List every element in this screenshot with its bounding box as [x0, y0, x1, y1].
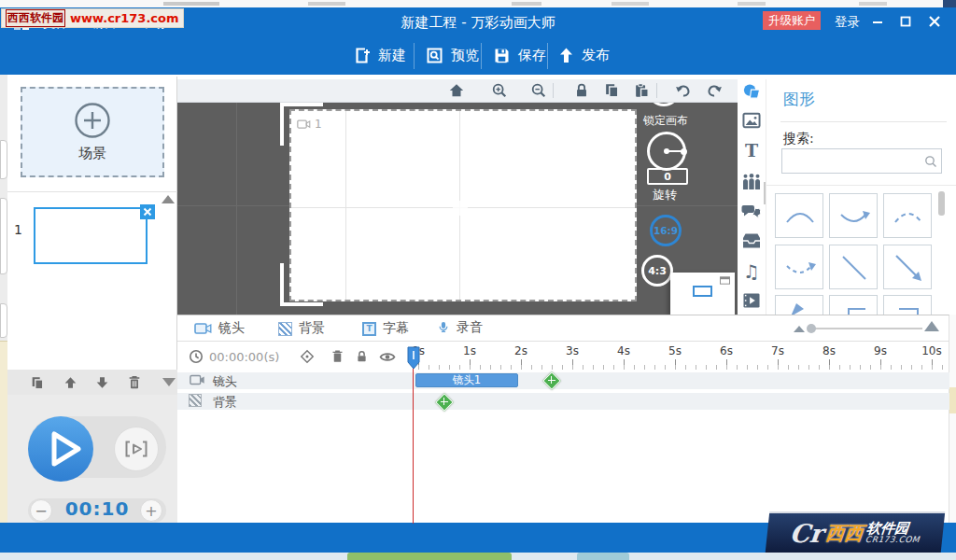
- zoom-out-icon[interactable]: [530, 82, 547, 99]
- locate-keyframe-icon[interactable]: [300, 349, 315, 364]
- dashed-arc-icon: [884, 194, 933, 239]
- ruler-label: 2s: [514, 344, 527, 357]
- publish-button[interactable]: 发布: [558, 45, 610, 65]
- copy-icon[interactable]: [603, 82, 620, 99]
- maximize-button[interactable]: [896, 13, 915, 30]
- ratio-4-3-button[interactable]: 4:3: [641, 255, 673, 287]
- add-scene-button[interactable]: 场景: [21, 87, 164, 177]
- tab-music[interactable]: ♫: [743, 260, 760, 283]
- tab-characters[interactable]: [741, 172, 762, 190]
- add-keyframe-button[interactable]: [436, 394, 452, 410]
- watermark-brand: 西西: [824, 521, 865, 546]
- toolbar-divider: [481, 43, 482, 69]
- scene-scroll-up[interactable]: [162, 195, 175, 203]
- shape-tile-dashed-arc[interactable]: [883, 193, 932, 238]
- background-window-fragment-bottom: [0, 553, 956, 560]
- preview-button[interactable]: 预览: [426, 45, 479, 65]
- shape-tile-dashed-curve-arrow[interactable]: [775, 245, 823, 289]
- duration-minus-button[interactable]: −: [30, 499, 52, 522]
- shape-tile-curve-arrow[interactable]: [829, 193, 878, 238]
- new-project-button[interactable]: 新建: [353, 45, 406, 65]
- background-window-fragment-left: [0, 75, 7, 553]
- move-scene-down-icon[interactable]: [95, 375, 109, 390]
- login-button[interactable]: 登录: [835, 14, 860, 31]
- panel-window-icon[interactable]: [720, 276, 730, 285]
- shape-tile-arrow[interactable]: [883, 245, 932, 289]
- rotate-dial-handle[interactable]: [681, 148, 687, 155]
- pan-dial-partial[interactable]: [647, 103, 681, 106]
- paste-icon[interactable]: [633, 82, 650, 99]
- delete-scene-icon[interactable]: [127, 374, 142, 390]
- play-button[interactable]: [28, 416, 93, 482]
- shape-tile-pointer[interactable]: [775, 295, 823, 315]
- timeline-tab-camera[interactable]: 镜头: [194, 320, 245, 337]
- tab-props[interactable]: [741, 232, 762, 249]
- shape-tile-line[interactable]: [829, 245, 878, 289]
- timeline-tab-record[interactable]: 录音: [437, 318, 483, 336]
- tab-record-label: 录音: [457, 319, 483, 336]
- tab-shapes[interactable]: [742, 82, 762, 102]
- upgrade-account-button[interactable]: 升级账户: [763, 11, 821, 30]
- window-fragment: [943, 0, 956, 7]
- lock-track-icon[interactable]: [355, 349, 369, 364]
- add-scene-plus-icon: [74, 102, 111, 139]
- shape-tile-arc[interactable]: [775, 193, 823, 238]
- canvas-toolbar-divider: [656, 83, 657, 98]
- rotate-value-box[interactable]: 0: [647, 168, 688, 185]
- publish-icon: [558, 47, 574, 64]
- shape-search-input[interactable]: [784, 151, 923, 173]
- tab-images[interactable]: [742, 112, 761, 129]
- stage-grid-line: [236, 103, 237, 315]
- rotate-dial[interactable]: [647, 132, 686, 171]
- navigator-viewport-rect[interactable]: [693, 286, 712, 297]
- add-scene-label: 场景: [78, 145, 106, 162]
- canvas[interactable]: 1: [289, 109, 637, 301]
- redo-icon[interactable]: [706, 82, 724, 99]
- canvas-navigator-popup[interactable]: [670, 273, 735, 315]
- tab-video[interactable]: [742, 292, 761, 309]
- window-title: 新建工程 - 万彩动画大师: [291, 14, 665, 32]
- timeline-zoom-knob[interactable]: [807, 324, 816, 333]
- minimize-button[interactable]: [868, 13, 887, 30]
- camera-track-row[interactable]: [177, 372, 949, 389]
- window-fragment: [0, 303, 7, 338]
- ratio-16-9-button[interactable]: 16:9: [650, 215, 682, 246]
- add-keyframe-button[interactable]: [543, 372, 559, 388]
- save-button[interactable]: 保存: [493, 45, 546, 65]
- duration-plus-button[interactable]: +: [140, 499, 162, 522]
- image-icon: [742, 112, 761, 129]
- duplicate-scene-icon[interactable]: [30, 375, 45, 390]
- shapes-scrollbar[interactable]: [938, 191, 945, 216]
- preview-from-here-button[interactable]: [114, 427, 159, 471]
- undo-icon[interactable]: [674, 82, 692, 99]
- panel-divider: [780, 121, 947, 122]
- lock-icon[interactable]: [573, 82, 590, 99]
- camera-clip[interactable]: 镜头1: [415, 373, 518, 387]
- home-icon[interactable]: [448, 82, 465, 99]
- delete-keyframe-icon[interactable]: [330, 348, 344, 364]
- scene-scroll-down[interactable]: [162, 378, 176, 386]
- watermark-suffix: 软件园: [865, 522, 909, 536]
- timeline-zoom-slider[interactable]: [810, 328, 922, 329]
- scene-delete-button[interactable]: [140, 204, 155, 219]
- timeline-zoom-out-icon[interactable]: [794, 326, 805, 332]
- tab-text[interactable]: T: [745, 140, 758, 161]
- timeline-tab-subtitle[interactable]: T 字幕: [362, 320, 409, 337]
- zoom-in-icon[interactable]: [491, 82, 508, 99]
- toolbar-divider: [547, 43, 548, 69]
- timeline-zoom-in-icon[interactable]: [924, 321, 939, 331]
- shape-tile-corner-right[interactable]: [883, 295, 932, 315]
- timeline-tab-background[interactable]: 背景: [278, 320, 325, 337]
- ruler-label: 8s: [822, 344, 836, 357]
- ruler-minor-ticks[interactable]: [418, 365, 947, 370]
- tab-dialog[interactable]: [741, 203, 762, 220]
- watermark-site-name: 西西软件园: [6, 9, 65, 27]
- scene-thumbnail[interactable]: [34, 207, 148, 264]
- move-scene-up-icon[interactable]: [63, 375, 77, 390]
- shape-tile-corner-up[interactable]: [829, 295, 878, 315]
- close-button[interactable]: [925, 13, 944, 30]
- background-track-row[interactable]: [177, 393, 949, 410]
- playhead-handle[interactable]: [407, 346, 420, 370]
- visibility-eye-icon[interactable]: [379, 350, 396, 364]
- search-icon[interactable]: [924, 155, 937, 168]
